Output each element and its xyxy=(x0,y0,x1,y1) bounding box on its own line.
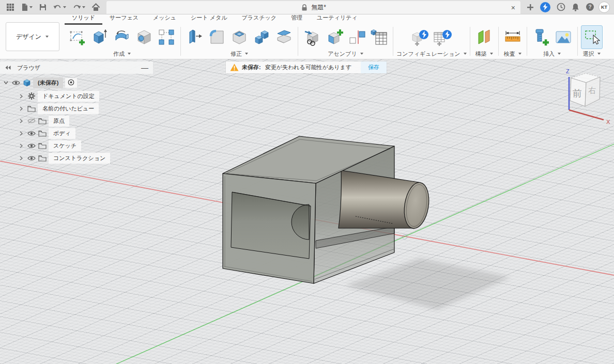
configuration-icon xyxy=(410,28,430,46)
tab-close-button[interactable]: × xyxy=(511,4,515,11)
save-button[interactable] xyxy=(37,1,49,13)
shell-button[interactable] xyxy=(228,25,250,49)
file-menu-button[interactable] xyxy=(19,1,35,13)
tab-solid[interactable]: ソリッド xyxy=(65,13,102,25)
viewcube[interactable]: 前 右 Z X xyxy=(557,66,613,125)
group-construct-menu[interactable]: 構築 xyxy=(475,50,493,58)
browser-item-label[interactable]: 名前の付いたビュー xyxy=(38,103,99,114)
eye-icon[interactable] xyxy=(27,141,36,150)
undo-button[interactable] xyxy=(51,1,68,13)
notifications-button[interactable] xyxy=(570,1,581,13)
tab-plastic[interactable]: プラスチック xyxy=(234,13,284,25)
new-component-button[interactable] xyxy=(324,25,345,49)
fastener-icon xyxy=(532,28,550,46)
save-link[interactable]: 保存 xyxy=(361,61,387,73)
group-construct: 構築 xyxy=(471,25,497,59)
group-select-menu[interactable]: 選択 xyxy=(583,50,601,58)
viewcube-front-label[interactable]: 前 xyxy=(573,88,582,99)
folder-icon xyxy=(38,154,47,163)
redo-button[interactable] xyxy=(70,1,87,13)
viewport-3d[interactable]: ブラウザ — (未保存) xyxy=(0,59,614,364)
document-root-label[interactable]: (未保存) xyxy=(33,77,63,88)
browser-item-document-settings[interactable]: ドキュメントの設定 xyxy=(0,90,153,102)
eye-icon[interactable] xyxy=(27,154,36,163)
eye-icon[interactable] xyxy=(11,78,20,87)
activate-component-radio[interactable] xyxy=(65,78,77,88)
workspace-selector[interactable]: デザイン xyxy=(6,22,59,51)
group-separator xyxy=(527,27,527,56)
split-body-button[interactable] xyxy=(273,25,295,49)
avatar[interactable]: KT xyxy=(598,2,610,13)
chevron-right-icon[interactable] xyxy=(18,92,25,100)
measure-button[interactable] xyxy=(502,25,524,49)
press-pull-button[interactable] xyxy=(184,25,206,49)
tab-manage[interactable]: 管理 xyxy=(284,13,310,25)
revolve-button[interactable] xyxy=(111,25,133,49)
chevron-right-icon[interactable] xyxy=(18,154,25,162)
hole-button[interactable] xyxy=(133,25,155,49)
group-inspect: 検査 xyxy=(500,25,526,59)
z-axis-label: Z xyxy=(566,68,570,74)
job-status-button[interactable] xyxy=(538,1,552,13)
browser-item-construction[interactable]: コンストラクション xyxy=(0,152,153,164)
group-assemble-menu[interactable]: アセンブリ xyxy=(328,50,363,58)
chevron-right-icon[interactable] xyxy=(18,117,25,124)
group-modify-menu[interactable]: 修正 xyxy=(231,50,248,58)
construct-plane-button[interactable] xyxy=(473,25,495,49)
chevron-right-icon[interactable] xyxy=(18,130,25,137)
insert-fastener-button[interactable] xyxy=(530,25,552,49)
browser-item-label[interactable]: 原点 xyxy=(49,116,69,126)
create-sketch-button[interactable] xyxy=(67,25,88,49)
chevron-right-icon[interactable] xyxy=(18,105,25,112)
configuration-table-button[interactable] xyxy=(432,25,453,49)
collapse-panel-icon[interactable] xyxy=(5,65,11,70)
group-assemble: アセンブリ xyxy=(299,25,392,59)
browser-item-sketches[interactable]: スケッチ xyxy=(0,139,153,152)
warning-message: 変更が失われる可能性があります xyxy=(265,64,351,71)
joint-button[interactable] xyxy=(346,25,367,49)
group-caret xyxy=(360,53,363,55)
viewcube-right-label[interactable]: 右 xyxy=(588,86,596,94)
insert-derive-button[interactable] xyxy=(301,25,323,49)
eye-off-icon[interactable] xyxy=(27,117,36,125)
browser-root-row[interactable]: (未保存) xyxy=(2,76,153,89)
combine-button[interactable] xyxy=(251,25,272,49)
redo-menu-caret xyxy=(82,6,85,8)
select-button[interactable] xyxy=(581,25,603,49)
configuration-button[interactable] xyxy=(409,25,431,49)
group-configure-menu[interactable]: コンフィギュレーション xyxy=(396,50,467,58)
folder-icon xyxy=(38,129,47,138)
pattern-button[interactable] xyxy=(156,25,177,49)
browser-item-label[interactable]: ドキュメントの設定 xyxy=(38,91,99,102)
document-tab[interactable]: 無題* × xyxy=(106,1,520,14)
bom-table-button[interactable] xyxy=(368,25,390,49)
insert-image-button[interactable] xyxy=(552,25,574,49)
browser-item-bodies[interactable]: ボディ xyxy=(0,127,153,139)
tab-sheet-metal[interactable]: シート メタル xyxy=(183,13,234,25)
help-button[interactable]: ? xyxy=(584,1,596,13)
group-create-menu[interactable]: 作成 xyxy=(113,50,131,58)
browser-item-label[interactable]: コンストラクション xyxy=(49,153,110,164)
minimize-panel-button[interactable]: — xyxy=(142,65,148,71)
history-button[interactable] xyxy=(555,1,567,13)
app-grid-button[interactable] xyxy=(4,1,17,13)
browser-item-label[interactable]: スケッチ xyxy=(49,140,81,151)
svg-text:?: ? xyxy=(588,4,591,10)
model-body[interactable] xyxy=(223,136,432,283)
tab-mesh[interactable]: メッシュ xyxy=(146,13,183,25)
group-insert-menu[interactable]: 挿入 xyxy=(543,50,561,58)
file-menu-caret xyxy=(29,6,33,8)
chevron-right-icon[interactable] xyxy=(18,142,25,149)
new-tab-button[interactable] xyxy=(525,1,536,13)
browser-item-named-views[interactable]: 名前の付いたビュー xyxy=(0,102,153,115)
extrude-button[interactable] xyxy=(89,25,111,49)
browser-item-label[interactable]: ボディ xyxy=(49,128,75,139)
tab-surface[interactable]: サーフェス xyxy=(102,13,146,25)
browser-item-origin[interactable]: 原点 xyxy=(0,115,153,127)
tab-utilities[interactable]: ユーティリティ xyxy=(310,13,365,25)
home-button[interactable] xyxy=(89,1,102,13)
fillet-button[interactable] xyxy=(206,25,228,49)
eye-icon[interactable] xyxy=(27,129,36,138)
chevron-down-icon[interactable] xyxy=(2,79,9,86)
group-inspect-menu[interactable]: 検査 xyxy=(504,50,521,58)
